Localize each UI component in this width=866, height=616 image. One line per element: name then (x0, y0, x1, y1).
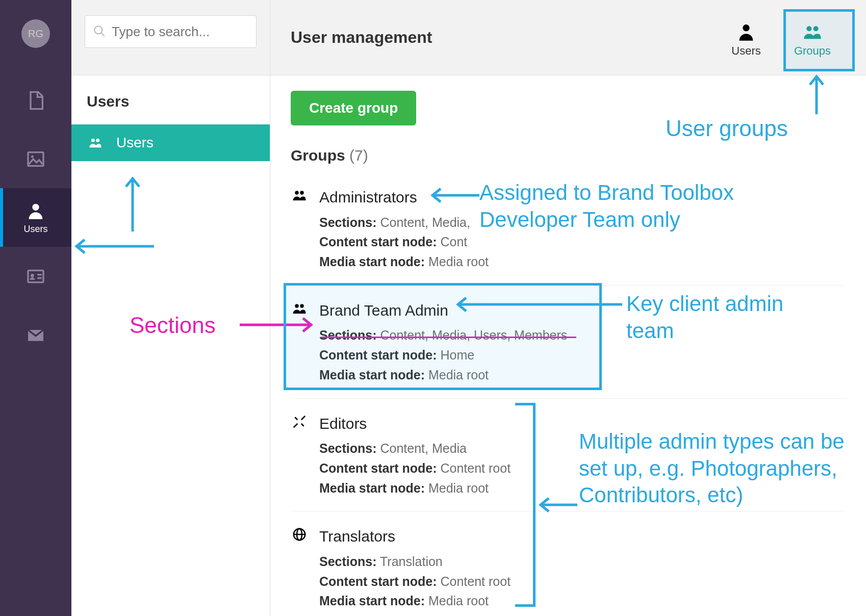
groups-count: (7) (349, 147, 368, 164)
svg-point-10 (91, 139, 95, 142)
image-icon (26, 149, 46, 169)
tree-panel: Users Users (71, 0, 270, 616)
group-row-translators[interactable]: Translators Sections: Translation Conten… (291, 511, 846, 616)
groups-heading-label: Groups (291, 147, 345, 164)
annotation-bracket (515, 403, 536, 607)
page-title: User management (291, 28, 432, 47)
search-wrap (71, 0, 270, 75)
svg-rect-3 (28, 270, 43, 282)
nav-content[interactable] (0, 71, 71, 130)
group-row-editors[interactable]: Editors Sections: Content, Media Content… (291, 399, 846, 512)
svg-point-18 (300, 304, 304, 308)
envelope-icon (26, 325, 46, 345)
groups-heading: Groups (7) (291, 147, 846, 164)
annotation-underline (321, 337, 576, 338)
group-name: Editors (319, 412, 511, 436)
svg-point-16 (300, 191, 304, 195)
group-name: Administrators (319, 186, 489, 210)
svg-rect-0 (28, 152, 43, 166)
group-icon (291, 188, 308, 203)
group-icon (291, 301, 308, 316)
user-icon (26, 200, 46, 221)
group-icon (87, 136, 104, 150)
tools-icon (291, 414, 308, 429)
main-header: User management Users Groups (270, 0, 866, 75)
id-card-icon (26, 266, 46, 287)
tab-groups-label: Groups (794, 44, 831, 58)
nav-users-label: Users (23, 224, 47, 235)
main-panel: User management Users Groups Create grou… (270, 0, 866, 616)
svg-point-4 (31, 274, 34, 277)
group-name: Translators (319, 525, 511, 549)
svg-point-8 (94, 26, 102, 34)
svg-point-2 (32, 204, 39, 211)
create-group-button[interactable]: Create group (291, 91, 416, 125)
avatar[interactable]: RG (21, 19, 50, 48)
avatar-initials: RG (28, 28, 43, 40)
nav-rail: RG Users (0, 0, 71, 616)
tree-item-users-label: Users (116, 135, 154, 151)
tree-item-users[interactable]: Users (71, 124, 270, 161)
svg-point-17 (295, 304, 299, 308)
tab-users[interactable]: Users (713, 13, 779, 63)
tab-groups[interactable]: Groups (779, 13, 846, 63)
svg-point-12 (743, 24, 749, 31)
group-row-brand-team-admin[interactable]: Brand Team Admin Sections: Content, Medi… (291, 286, 846, 399)
tab-users-label: Users (731, 44, 760, 58)
globe-icon (291, 527, 308, 542)
nav-messages[interactable] (0, 305, 71, 364)
svg-point-13 (806, 26, 811, 31)
svg-point-14 (813, 26, 819, 31)
main-body: Create group Groups (7) Administrators S… (270, 75, 866, 616)
tab-group: Users Groups (713, 13, 846, 63)
svg-line-9 (101, 33, 105, 36)
tree-title: Users (71, 75, 270, 124)
group-name: Brand Team Admin (319, 299, 567, 323)
svg-point-15 (295, 191, 299, 195)
svg-point-1 (31, 155, 34, 158)
search-input[interactable] (85, 15, 257, 48)
svg-point-11 (96, 139, 99, 142)
group-row-administrators[interactable]: Administrators Sections: Content, Media,… (291, 172, 846, 286)
nav-users[interactable]: Users (0, 188, 71, 247)
nav-members[interactable] (0, 247, 71, 305)
document-icon (26, 90, 46, 111)
search-icon (93, 24, 106, 38)
group-icon (801, 22, 824, 42)
user-icon (735, 22, 757, 42)
nav-media[interactable] (0, 130, 71, 188)
